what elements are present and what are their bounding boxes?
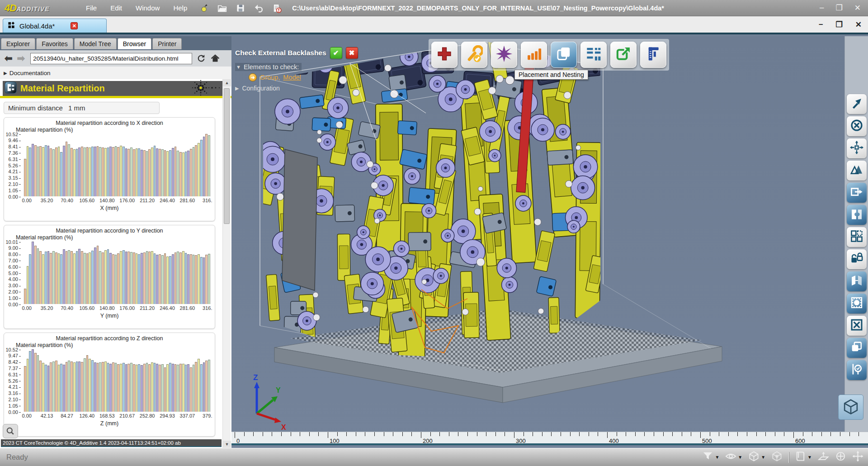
repair-button[interactable] [431, 42, 458, 68]
book-button[interactable]: ▼ [795, 451, 812, 464]
fit-view-button[interactable] [847, 294, 867, 314]
menu-edit[interactable]: Edit [110, 4, 122, 12]
tab-explorer[interactable]: Explorer [1, 38, 35, 49]
bar [104, 250, 107, 304]
menu-window[interactable]: Window [136, 4, 160, 12]
bar [179, 252, 182, 304]
eye-button[interactable]: ▼ [725, 451, 742, 464]
bar [27, 266, 29, 304]
deselect-button[interactable] [847, 116, 867, 136]
viewport-3d[interactable] [231, 36, 868, 432]
ruler-tick [635, 432, 636, 436]
browser-content: Material Repartition Minimum distance 1 … [0, 79, 231, 448]
home-icon[interactable] [210, 53, 220, 63]
lock-unlock-button[interactable] [847, 249, 867, 269]
restore-button[interactable]: ❐ [836, 3, 843, 13]
tab-browser[interactable]: Browser [118, 38, 151, 49]
analysis-button[interactable] [521, 42, 547, 68]
move-button[interactable] [847, 138, 867, 158]
supports-button[interactable] [491, 42, 517, 68]
cancel-button[interactable]: ✖ [346, 47, 358, 59]
confirm-button[interactable]: ✔ [330, 47, 342, 59]
export-button[interactable] [610, 42, 637, 68]
render-button[interactable] [771, 451, 783, 464]
scroll-up-icon[interactable]: ▲ [223, 79, 231, 86]
bar [91, 251, 94, 304]
ruler-tick [691, 432, 691, 436]
bar [156, 255, 158, 304]
url-input[interactable] [30, 53, 192, 64]
cube-button[interactable]: ▼ [748, 451, 765, 464]
measure-button[interactable] [640, 42, 666, 68]
bar [58, 253, 60, 304]
duplicate-button[interactable] [847, 338, 867, 358]
document-tab[interactable]: Global.4da* ✕ [3, 19, 107, 33]
menu-help[interactable]: Help [173, 4, 187, 12]
open-folder-icon[interactable] [217, 3, 228, 14]
document-icon [8, 21, 15, 31]
back-arrow-icon[interactable]: ⬅ [5, 53, 13, 64]
flip-parts-button[interactable] [847, 271, 867, 291]
placement-nesting-button[interactable] [551, 42, 577, 68]
selection-set-button[interactable] [847, 227, 867, 247]
pen-icon[interactable] [199, 3, 210, 14]
minimum-distance-box: Minimum distance 1 mm [4, 102, 160, 114]
doc-restore-button[interactable]: ❐ [836, 20, 843, 29]
tab-printer[interactable]: Printer [152, 38, 182, 49]
chart-title: Material repartition according to X dire… [4, 120, 215, 126]
zoom-search-button[interactable] [3, 424, 18, 438]
export-part-button[interactable] [847, 183, 867, 203]
status-bar: Ready ▼▼▼▼ [0, 448, 868, 466]
notes-icon[interactable] [271, 3, 282, 14]
undo-icon[interactable] [253, 3, 264, 14]
close-button[interactable]: ✕ [854, 3, 861, 13]
plane-button[interactable] [818, 451, 829, 464]
ytick: 5.26 [3, 378, 21, 384]
tab-favorites[interactable]: Favorites [36, 38, 73, 49]
xtick: 126.40 [80, 413, 95, 418]
bar [185, 253, 187, 304]
tools-check-button[interactable] [461, 42, 487, 68]
bar [50, 148, 52, 196]
bar [76, 149, 78, 196]
browser-scrollbar[interactable]: ▲ ▼ [222, 79, 231, 448]
axis-z-label: Z [253, 373, 258, 382]
tab-close-icon[interactable]: ✕ [71, 22, 78, 29]
documentation-row[interactable]: ▶ Documentation [0, 67, 231, 79]
group-link[interactable]: Group, [260, 74, 280, 81]
elements-to-check-row[interactable]: ▼ Elements to check: [235, 63, 302, 71]
bar [120, 251, 122, 304]
forward-arrow-icon[interactable]: ➡ [17, 53, 25, 64]
configuration-row[interactable]: ▶ Configuration [235, 85, 384, 92]
chart-title: Material repartition according to Z dire… [4, 335, 215, 342]
save-icon[interactable] [235, 3, 246, 14]
scroll-down-icon[interactable]: ▼ [223, 441, 231, 448]
inspect-button[interactable] [847, 360, 867, 380]
bar [143, 364, 146, 412]
delete-selection-button[interactable] [847, 316, 867, 336]
bar [52, 149, 55, 196]
target-button[interactable] [835, 451, 846, 464]
go-arrow-icon[interactable]: ➜ [249, 73, 257, 81]
select-button[interactable] [847, 94, 867, 114]
sectioning-button[interactable] [847, 205, 867, 225]
bar [208, 135, 210, 196]
bar [146, 151, 148, 196]
minimize-button[interactable]: – [820, 3, 824, 13]
ruler-tick [840, 432, 840, 436]
doc-close-button[interactable]: ✕ [855, 20, 862, 29]
filter-button[interactable]: ▼ [702, 451, 719, 464]
tab-model-tree[interactable]: Model Tree [74, 38, 117, 49]
ruler-tick [495, 432, 496, 436]
slicing-button[interactable] [580, 42, 607, 68]
scrollbar-thumb[interactable] [224, 88, 230, 224]
bar [97, 363, 99, 412]
pan-button[interactable] [852, 451, 863, 464]
doc-minimize-button[interactable]: – [819, 20, 823, 29]
triangles-button[interactable] [847, 161, 867, 181]
refresh-icon[interactable] [196, 53, 206, 63]
model-link[interactable]: Model [283, 74, 301, 81]
bar [187, 151, 189, 196]
view-cube-button[interactable] [838, 395, 863, 420]
menu-file[interactable]: File [86, 4, 97, 12]
